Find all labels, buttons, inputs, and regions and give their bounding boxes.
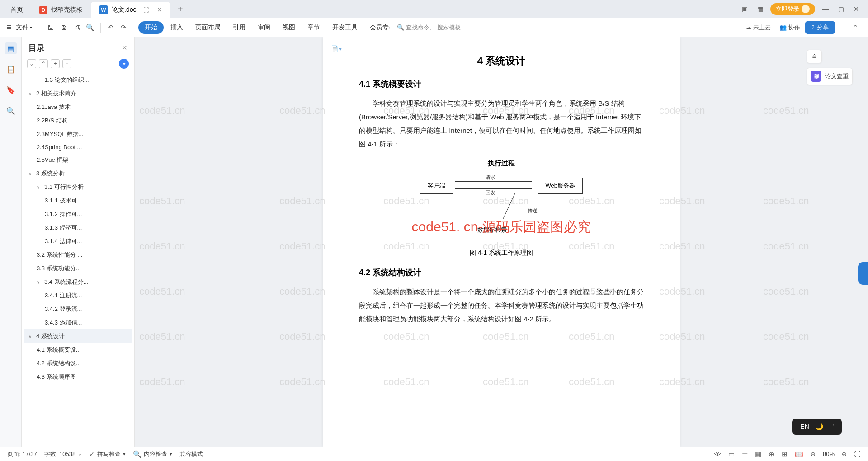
view-grid-icon[interactable]: ⊞ (782, 450, 788, 458)
outline-item[interactable]: 1.3 论文的组织... (24, 73, 132, 87)
outline-item[interactable]: 2.2B/S 结构 (24, 114, 132, 127)
menu-reference[interactable]: 引用 (227, 21, 251, 34)
outline-item[interactable]: 3.2 系统性能分 ... (24, 248, 132, 262)
outline-item[interactable]: ∨2 相关技术简介 (24, 87, 132, 100)
share-button[interactable]: ⤴分享 (805, 21, 835, 34)
tab-monitor-icon[interactable]: ⛶ (143, 7, 149, 14)
save-as-icon[interactable]: 🗎 (58, 22, 70, 33)
ai-icon[interactable]: ✦ (119, 59, 129, 69)
tab-document[interactable]: W 论文.doc ⛶ × (91, 2, 170, 18)
chevron-icon[interactable]: ∨ (28, 91, 34, 96)
more-icon[interactable]: ⋯ (836, 22, 848, 33)
apps-icon[interactable]: ▦ (755, 4, 765, 14)
view-page-icon[interactable]: ▭ (728, 450, 735, 458)
find-icon[interactable]: 🔍 (5, 105, 17, 117)
bookmark-icon[interactable]: 🔖 (5, 84, 17, 96)
preview-icon[interactable]: 🔍 (85, 22, 96, 33)
watermark-text: code51.cn (763, 376, 809, 388)
status-compat[interactable]: 兼容模式 (179, 450, 203, 458)
outline-item-label: 2.3MYSQL 数据... (37, 130, 84, 138)
zoom-level[interactable]: 80% (823, 451, 835, 457)
outline-item[interactable]: 4.3 系统顺序图 (24, 370, 132, 384)
outline-item[interactable]: ∨3 系统分析 (24, 167, 132, 180)
redo-icon[interactable]: ↷ (118, 22, 130, 33)
outline-item[interactable]: ∨4 系统设计 (24, 329, 132, 343)
minimize-icon[interactable]: — (821, 4, 830, 14)
chevron-icon[interactable]: ∨ (28, 171, 34, 176)
maximize-icon[interactable]: ▢ (836, 4, 846, 14)
page-marker-icon[interactable]: 📄▾ (331, 45, 342, 52)
view-read-icon[interactable]: ⊕ (769, 450, 774, 458)
fit-icon[interactable]: ⛶ (854, 450, 861, 458)
outline-close-icon[interactable]: ✕ (122, 44, 127, 52)
outline-item[interactable]: 3.1.3 经济可... (24, 221, 132, 235)
collab-button[interactable]: 👥协作 (776, 22, 804, 33)
menu-chapter[interactable]: 章节 (302, 21, 326, 34)
outline-item[interactable]: 3.4.2 登录流... (24, 302, 132, 316)
cloud-status[interactable]: ☁未上云 (742, 22, 774, 33)
outline-item[interactable]: 3.3 系统功能分... (24, 262, 132, 275)
print-icon[interactable]: 🖨 (71, 22, 83, 33)
status-content-check[interactable]: 🔍内容检查 ▾ (133, 450, 172, 458)
hamburger-icon[interactable]: ≡ (7, 23, 12, 32)
zoom-in-icon[interactable]: ⊕ (842, 451, 847, 457)
collapse-all-icon[interactable]: ⌄ (27, 59, 36, 68)
tab-add-button[interactable]: + (174, 2, 187, 16)
side-handle[interactable] (858, 262, 868, 285)
status-page[interactable]: 页面: 17/37 (7, 450, 37, 458)
outline-item[interactable]: 4.2 系统结构设... (24, 357, 132, 370)
menu-devtools[interactable]: 开发工具 (327, 21, 363, 34)
outline-item[interactable]: 3.1.4 法律可... (24, 235, 132, 248)
login-button[interactable]: 立即登录 (770, 3, 815, 15)
tab-close-icon[interactable]: × (157, 6, 161, 14)
eye-icon[interactable]: 👁 (714, 450, 721, 458)
menu-start[interactable]: 开始 (138, 21, 164, 34)
command-search[interactable]: 🔍 查找命令、 搜索模板 (397, 24, 461, 32)
outline-item[interactable]: 3.1.2 操作可... (24, 207, 132, 221)
menu-view[interactable]: 视图 (277, 21, 301, 34)
float-collapse-icon[interactable]: ≙ (807, 50, 822, 63)
chevron-icon[interactable]: ∨ (37, 185, 42, 190)
view-web-icon[interactable]: ▦ (755, 450, 761, 458)
view-book-icon[interactable]: 📖 (795, 450, 803, 458)
outline-list[interactable]: 1.3 论文的组织...∨2 相关技术简介2.1Java 技术2.2B/S 结构… (22, 73, 134, 447)
chevron-icon[interactable]: ∨ (37, 280, 42, 285)
collapse-icon[interactable]: ⌃ (849, 22, 861, 33)
doc-p2: 系统架构的整体设计是一个将一个庞大的任务细分为多个小的任务的过程，这些小的任务分… (359, 285, 644, 326)
outline-icon[interactable]: ▤ (5, 42, 17, 54)
remove-heading-icon[interactable]: − (62, 59, 71, 68)
outline-item[interactable]: 2.4Spring Boot ... (24, 141, 132, 153)
document-area[interactable]: 📄▾ 4 系统设计 4.1 系统概要设计 学科竞赛管理系统的设计与实现主要分为管… (135, 37, 868, 447)
file-menu[interactable]: 文件▾ (16, 24, 32, 32)
chevron-icon[interactable]: ∨ (28, 334, 34, 339)
zoom-out-icon[interactable]: ⊖ (811, 451, 816, 457)
undo-icon[interactable]: ↶ (105, 22, 117, 33)
menu-review[interactable]: 审阅 (252, 21, 276, 34)
menu-layout[interactable]: 页面布局 (190, 21, 226, 34)
layout-icon[interactable]: ▣ (740, 4, 750, 14)
status-word-count[interactable]: 字数: 10538 ⌄ (44, 450, 82, 458)
ime-indicator[interactable]: EN 🌙 ' ' (792, 419, 842, 435)
menu-insert[interactable]: 插入 (165, 21, 189, 34)
clipboard-icon[interactable]: 📋 (5, 63, 17, 75)
tab-template[interactable]: D 找稻壳模板 (31, 2, 91, 18)
outline-item[interactable]: ∨3.1 可行性分析 (24, 180, 132, 194)
close-icon[interactable]: ✕ (851, 4, 861, 14)
outline-item[interactable]: ∨3.4 系统流程分... (24, 275, 132, 289)
outline-item[interactable]: 2.3MYSQL 数据... (24, 127, 132, 141)
plagiarism-check-button[interactable]: 🗐 论文查重 (807, 68, 853, 85)
outline-item[interactable]: 3.4.3 添加信... (24, 316, 132, 329)
view-outline-icon[interactable]: ☰ (742, 450, 748, 458)
outline-item[interactable]: 2.5Vue 框架 (24, 153, 132, 167)
outline-item-label: 4.2 系统结构设... (37, 359, 81, 367)
outline-item[interactable]: 3.4.1 注册流... (24, 289, 132, 302)
add-heading-icon[interactable]: + (51, 59, 60, 68)
menu-member[interactable]: 会员专› (364, 21, 396, 34)
save-icon[interactable]: 🖫 (45, 22, 57, 33)
outline-item[interactable]: 4.1 系统概要设... (24, 343, 132, 357)
outline-item[interactable]: 3.1.1 技术可... (24, 194, 132, 207)
status-spell-check[interactable]: ✓拼写检查 ▾ (89, 450, 126, 458)
outline-item[interactable]: 2.1Java 技术 (24, 100, 132, 114)
tab-home[interactable]: 首页 (2, 2, 31, 18)
expand-all-icon[interactable]: ⌃ (39, 59, 48, 68)
